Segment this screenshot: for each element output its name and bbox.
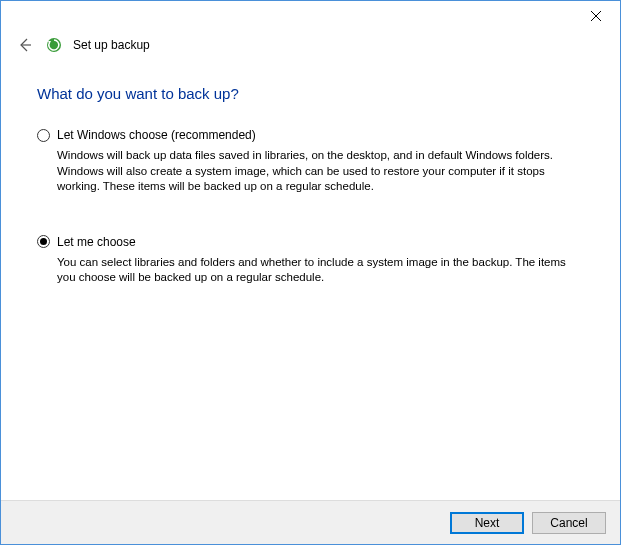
backup-icon [45, 36, 63, 54]
titlebar [1, 1, 620, 31]
radio-windows-choose[interactable]: Let Windows choose (recommended) [37, 128, 590, 142]
option-windows-choose: Let Windows choose (recommended) Windows… [37, 128, 590, 195]
content-area: What do you want to back up? Let Windows… [1, 55, 620, 286]
page-heading: What do you want to back up? [37, 85, 590, 102]
option-let-me-choose: Let me choose You can select libraries a… [37, 235, 590, 286]
footer: Next Cancel [1, 500, 620, 544]
radio-icon [37, 235, 50, 248]
close-icon [591, 11, 601, 21]
cancel-button[interactable]: Cancel [532, 512, 606, 534]
window-title: Set up backup [73, 38, 150, 52]
back-arrow-icon [17, 37, 33, 53]
option-description: You can select libraries and folders and… [37, 255, 590, 286]
next-button[interactable]: Next [450, 512, 524, 534]
close-button[interactable] [584, 4, 608, 28]
option-label: Let Windows choose (recommended) [57, 128, 256, 142]
radio-icon [37, 129, 50, 142]
option-label: Let me choose [57, 235, 136, 249]
option-description: Windows will back up data files saved in… [37, 148, 590, 195]
radio-let-me-choose[interactable]: Let me choose [37, 235, 590, 249]
header-row: Set up backup [1, 31, 620, 55]
back-button[interactable] [15, 35, 35, 55]
